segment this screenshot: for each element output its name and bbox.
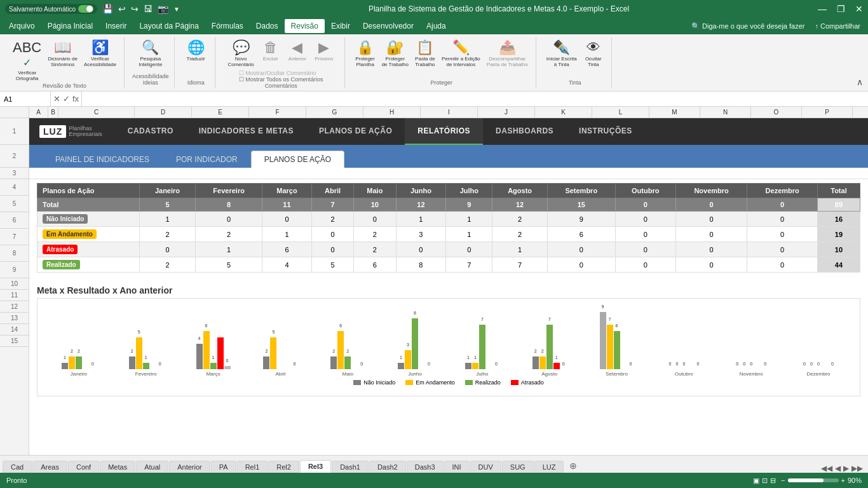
cell-re-mai[interactable]: 6 [354,257,396,273]
subnav-por-indicador[interactable]: POR INDICADOR [163,151,251,168]
sheet-tab-duv[interactable]: DUV [470,461,501,473]
cell-ni-out[interactable]: 0 [615,212,675,227]
cell-total-jun[interactable]: 12 [396,198,446,212]
cell-at-out[interactable]: 0 [615,242,675,257]
cell-re-jun[interactable]: 8 [396,257,446,273]
scroll-prev-btn[interactable]: ◀ [835,464,841,473]
cell-re-dez[interactable]: 0 [747,257,818,273]
cell-ea-label[interactable]: Em Andamento [37,227,140,242]
nav-planos-acao[interactable]: PLANOS DE AÇÃO [306,118,405,145]
cell-total-mai[interactable]: 10 [354,198,396,212]
btn-verificar-ortografia[interactable]: ABC✓ VerificarOrtografia [10,39,44,83]
cell-at-jul[interactable]: 0 [446,242,492,257]
cell-at-abr[interactable]: 0 [311,242,353,257]
cell-at-set[interactable]: 0 [547,242,615,257]
zoom-out-btn[interactable]: − [781,477,785,484]
col-l[interactable]: L [592,107,649,118]
col-n[interactable]: N [700,107,751,118]
btn-traduzir[interactable]: 🌐 Traduzir [183,39,208,63]
cell-re-set[interactable]: 0 [547,257,615,273]
cell-re-total[interactable]: 44 [817,257,860,273]
sheet-tab-metas[interactable]: Metas [100,461,135,473]
cell-total-out[interactable]: 0 [615,198,675,212]
cell-ni-total[interactable]: 16 [817,212,860,227]
cell-total-abr[interactable]: 7 [311,198,353,212]
cell-ni-mai[interactable]: 0 [354,212,396,227]
menu-arquivo[interactable]: Arquivo [3,19,41,33]
cell-ni-mar[interactable]: 0 [262,212,312,227]
col-a[interactable]: A [29,107,48,118]
minimize-btn[interactable]: — [818,4,827,14]
cell-ea-nov[interactable]: 0 [675,227,747,242]
menu-pagina-inicial[interactable]: Página Inicial [41,19,99,33]
cell-total-jul[interactable]: 9 [446,198,492,212]
col-e[interactable]: E [192,107,249,118]
sheet-tab-rel2[interactable]: Rel2 [268,461,299,473]
cell-ni-abr[interactable]: 2 [311,212,353,227]
cell-ni-nov[interactable]: 0 [675,212,747,227]
sheet-tab-atual[interactable]: Atual [136,461,168,473]
save-icon[interactable]: 💾 [102,4,113,14]
col-p[interactable]: P [802,107,853,118]
menu-revisao[interactable]: Revisão [285,19,325,33]
sheet-tab-anterior[interactable]: Anterior [169,461,210,473]
btn-ocultar-tinta[interactable]: 👁 OcultarTinta [581,39,606,69]
cell-re-ago[interactable]: 7 [492,257,548,273]
cell-total-label[interactable]: Total [37,198,140,212]
col-b[interactable]: B [48,107,58,118]
cell-ea-set[interactable]: 6 [547,227,615,242]
btn-dicionario[interactable]: 📖 Dicionário deSinônimos [45,39,80,83]
down-arrow-icon[interactable]: ▼ [173,6,180,13]
cell-ea-jul[interactable]: 1 [446,227,492,242]
col-f[interactable]: F [249,107,306,118]
menu-formulas[interactable]: Fórmulas [205,19,250,33]
scroll-left-btn[interactable]: ◀◀ [821,464,832,473]
cell-at-jun[interactable]: 0 [396,242,446,257]
share-btn[interactable]: ↑ Compartilhar [810,22,865,30]
cell-re-mar[interactable]: 4 [262,257,312,273]
col-h[interactable]: H [363,107,421,118]
cell-at-nov[interactable]: 0 [675,242,747,257]
cell-re-label[interactable]: Realizado [37,257,140,273]
btn-pasta-trabalho[interactable]: 📋 Pasta deTrabalho [412,39,438,69]
cell-ni-label[interactable]: Não Iniciado [37,212,140,227]
cell-ea-fev[interactable]: 2 [196,227,262,242]
sheet-tab-rel1[interactable]: Rel1 [237,461,268,473]
close-btn[interactable]: ✕ [855,4,863,14]
redo-icon[interactable]: ↪ [131,4,139,14]
cell-at-dez[interactable]: 0 [747,242,818,257]
cell-at-ago[interactable]: 1 [492,242,548,257]
cell-ea-out[interactable]: 0 [615,227,675,242]
btn-pesquisa-inteligente[interactable]: 🔍 PesquisaInteligente [136,39,165,69]
cell-total-mar[interactable]: 11 [262,198,312,212]
col-o[interactable]: O [751,107,802,118]
cell-ni-jan[interactable]: 1 [139,212,195,227]
sheet-tab-dash3[interactable]: Dash3 [407,461,444,473]
sheet-tab-luz[interactable]: LUZ [534,461,564,473]
nav-relatorios[interactable]: RELATÓRIOS [405,118,483,145]
search-label[interactable]: 🔍 Diga-me o que você deseja fazer [686,22,810,30]
sheet-tab-pa[interactable]: PA [211,461,236,473]
sheet-tab-cad[interactable]: Cad [3,461,32,473]
save-alt-icon[interactable]: 🖫 [144,4,153,14]
col-d[interactable]: D [135,107,192,118]
btn-anterior[interactable]: ◀ Anterior [285,39,310,69]
cell-ea-jan[interactable]: 2 [139,227,195,242]
cell-re-nov[interactable]: 0 [675,257,747,273]
btn-proteger-planilha[interactable]: 🔒 ProtegerPlanilha [353,39,378,69]
zoom-in-btn[interactable]: + [841,477,845,484]
btn-excluir[interactable]: 🗑 Excluir [258,39,283,69]
scroll-right-btn[interactable]: ▶▶ [851,464,863,473]
cell-ea-mar[interactable]: 1 [262,227,312,242]
scroll-next-btn[interactable]: ▶ [843,464,849,473]
cell-ea-mai[interactable]: 2 [354,227,396,242]
show-all-comments[interactable]: ☐ Mostrar Todos os Comentários [239,76,323,83]
nav-cadastro[interactable]: CADASTRO [115,118,186,145]
cell-at-total[interactable]: 10 [817,242,860,257]
cancel-formula-icon[interactable]: ✕ [53,94,60,104]
cell-reference[interactable]: A1 [0,92,51,106]
col-i[interactable]: I [421,107,478,118]
cell-re-jan[interactable]: 2 [139,257,195,273]
menu-dados[interactable]: Dados [250,19,285,33]
cell-ea-total[interactable]: 19 [817,227,860,242]
